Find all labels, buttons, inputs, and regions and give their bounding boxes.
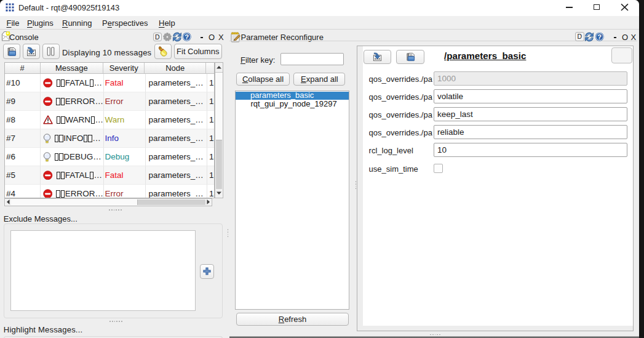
- svg-text:?: ?: [185, 33, 189, 41]
- svg-text:?: ?: [597, 33, 602, 41]
